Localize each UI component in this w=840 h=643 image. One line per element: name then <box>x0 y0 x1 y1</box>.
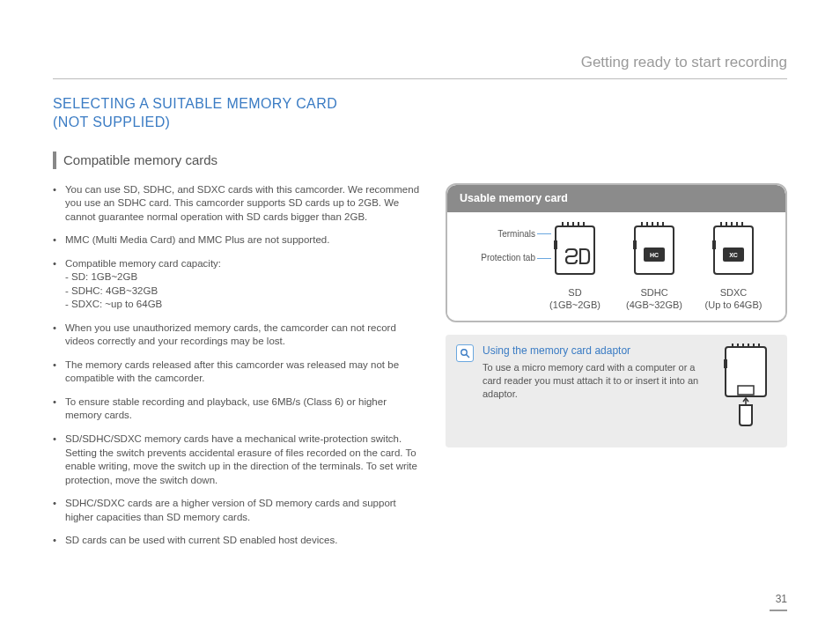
bullet-text: SD/SDHC/SDXC memory cards have a mechani… <box>65 433 417 485</box>
sdhc-card-column: HC SDHC (4GB~32GB) <box>615 221 694 313</box>
adaptor-text-block: Using the memory card adaptor To use a m… <box>483 344 701 401</box>
page-number-value: 31 <box>776 593 787 605</box>
left-column: You can use SD, SDHC, and SDXC cards wit… <box>53 183 421 558</box>
adaptor-title: Using the memory card adaptor <box>483 344 701 358</box>
protection-tab-label: Protection tab <box>460 252 535 264</box>
header-rule <box>53 78 787 79</box>
svg-text:XC: XC <box>729 252 738 258</box>
svg-rect-22 <box>712 240 716 249</box>
svg-point-25 <box>461 350 467 355</box>
bullet-item: MMC (Multi Media Card) and MMC Plus are … <box>53 233 421 248</box>
svg-rect-13 <box>633 240 637 249</box>
usable-box-body: Terminals Protection tab <box>447 212 785 322</box>
section-heading: Compatible memory cards <box>53 152 787 169</box>
sdxc-card-column: XC SDXC (Up to 64GB) <box>694 221 773 313</box>
bullet-subline: - SDXC: ~up to 64GB <box>65 298 421 312</box>
page-title: SELECTING A SUITABLE MEMORY CARD (NOT SU… <box>53 95 787 132</box>
manual-page: Getting ready to start recording SELECTI… <box>0 0 840 643</box>
bullet-text: The memory cards released after this cam… <box>65 359 399 384</box>
memory-card-adaptor-box: Using the memory card adaptor To use a m… <box>446 335 787 447</box>
cards-row: Terminals Protection tab <box>460 221 773 313</box>
sd-name: SD <box>535 286 615 299</box>
svg-rect-34 <box>724 359 727 368</box>
bullet-item: SDHC/SDXC cards are a higher version of … <box>53 497 421 524</box>
svg-rect-27 <box>726 347 766 396</box>
bullet-item: SD/SDHC/SDXC memory cards have a mechani… <box>53 432 421 487</box>
bullet-item: Compatible memory card capacity: - SD: 1… <box>53 257 421 312</box>
chapter-breadcrumb: Getting ready to start recording <box>53 53 787 73</box>
sd-capacity: (1GB~2GB) <box>535 299 615 312</box>
two-column-layout: You can use SD, SDHC, and SDXC cards wit… <box>53 183 787 558</box>
bullet-item: To ensure stable recording and playback,… <box>53 395 421 423</box>
page-number: 31 <box>770 592 787 611</box>
card-pointer-labels: Terminals Protection tab <box>460 221 535 277</box>
bullet-item: You can use SD, SDHC, and SDXC cards wit… <box>53 183 421 225</box>
bullet-text: To ensure stable recording and playback,… <box>65 396 387 421</box>
sdhc-card-icon: HC <box>630 221 679 277</box>
svg-text:HC: HC <box>650 252 659 258</box>
bullet-text: When you use unauthorized memory cards, … <box>65 322 396 347</box>
sdxc-card-icon: XC <box>709 221 758 277</box>
svg-rect-6 <box>554 240 557 249</box>
title-line-2: (NOT SUPPLIED) <box>53 115 170 129</box>
usable-box-header: Usable memory card <box>447 185 785 212</box>
bullet-item: When you use unauthorized memory cards, … <box>53 322 421 349</box>
sdxc-capacity: (Up to 64GB) <box>694 299 773 312</box>
adaptor-body: To use a micro memory card with a comput… <box>483 361 701 401</box>
bullet-list: You can use SD, SDHC, and SDXC cards wit… <box>53 183 421 548</box>
sdhc-capacity: (4GB~32GB) <box>615 299 694 312</box>
bullet-item: The memory cards released after this cam… <box>53 358 421 386</box>
bullet-text: SD cards can be used with current SD ena… <box>65 535 337 545</box>
sdhc-name: SDHC <box>615 286 694 299</box>
right-column: Usable memory card Terminals Protection … <box>446 183 787 558</box>
bullet-text: SDHC/SDXC cards are a higher version of … <box>65 498 396 522</box>
magnifier-icon <box>456 344 474 362</box>
bullet-text: Compatible memory card capacity: <box>65 258 221 269</box>
usable-memory-card-box: Usable memory card Terminals Protection … <box>446 183 787 322</box>
bullet-subline: - SDHC: 4GB~32GB <box>65 285 421 299</box>
bullet-subline: - SD: 1GB~2GB <box>65 270 421 285</box>
terminals-label: Terminals <box>460 228 535 240</box>
sd-card-icon <box>550 221 600 277</box>
bullet-text: You can use SD, SDHC, and SDXC cards wit… <box>65 184 419 222</box>
title-line-1: SELECTING A SUITABLE MEMORY CARD <box>53 96 337 111</box>
bullet-text: MMC (Multi Media Card) and MMC Plus are … <box>65 234 329 245</box>
svg-line-26 <box>467 355 470 358</box>
sdxc-name: SDXC <box>694 286 773 299</box>
bullet-item: SD cards can be used with current SD ena… <box>53 534 421 548</box>
page-number-underline <box>770 610 787 611</box>
adaptor-illustration <box>715 344 777 435</box>
